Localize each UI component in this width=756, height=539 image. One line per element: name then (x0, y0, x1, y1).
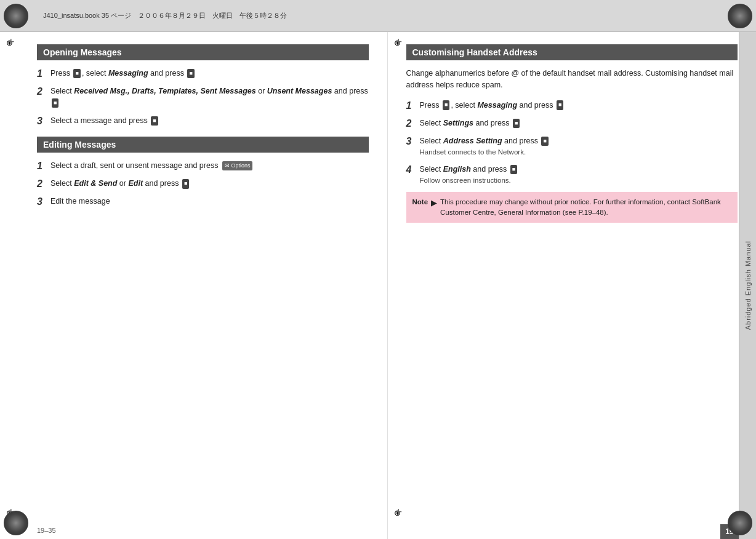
custom-step-number-2: 2 (406, 118, 420, 129)
corner-decoration-tl (4, 4, 28, 28)
edit-step-content-1: Select a draft, sent or unsent message a… (50, 160, 369, 172)
custom-step-content-1: Press ■, select Messaging and press ■ (420, 100, 738, 111)
editing-step-3: 3 Edit the message (37, 196, 369, 207)
opening-step-3: 3 Select a message and press ■ (37, 115, 369, 127)
custom-step-1: 1 Press ■, select Messaging and press ■ (406, 100, 738, 111)
opening-messages-header: Opening Messages (37, 44, 369, 60)
side-tab: Abridged English Manual (739, 32, 756, 539)
custom-step-number-4: 4 (406, 164, 420, 175)
custom-step-4: 4 Select English and press ■ Follow onsc… (406, 164, 738, 186)
main-content: ⊕ ⊕ Opening Messages 1 Press ■, select M… (0, 32, 756, 539)
custom-step-3-sub: Handset connects to the Network. (420, 147, 738, 158)
top-bar: J410_insatsu.book 35 ページ ２００６年８月２９日 火曜日 … (0, 0, 756, 32)
key-c1a: ■ (443, 100, 449, 110)
edit-step-number-1: 1 (37, 160, 50, 172)
corner-decoration-bl (4, 511, 28, 535)
corner-decoration-tr (728, 4, 752, 28)
note-text: This procedure may change without prior … (440, 197, 731, 218)
key-c2: ■ (513, 119, 520, 129)
custom-step-content-2: Select Settings and press ■ (420, 118, 738, 129)
key-c3: ■ (541, 137, 548, 146)
edit-step-content-3: Edit the message (50, 196, 369, 207)
key-c1b: ■ (557, 100, 563, 110)
step-content-1: Press ■, select Messaging and press ■ (50, 68, 369, 79)
customising-description: Change alphanumerics before @ of the def… (406, 68, 738, 91)
custom-step-4-sub: Follow onscreen instructions. (420, 175, 738, 186)
step-content-3: Select a message and press ■ (50, 115, 369, 127)
custom-step-content-3: Select Address Setting and press ■ Hands… (420, 135, 738, 158)
opening-step-2: 2 Select Received Msg., Drafts, Template… (37, 86, 369, 109)
customising-header: Customising Handset Address (406, 44, 738, 60)
right-column: ⊕ ⊕ Customising Handset Address Change a… (387, 32, 757, 539)
opening-step-1: 1 Press ■, select Messaging and press ■ (37, 68, 369, 79)
note-arrow: ▶ (431, 197, 437, 209)
options-badge: Options (222, 161, 253, 171)
cross-tr: ⊕ (394, 38, 406, 50)
left-column: ⊕ ⊕ Opening Messages 1 Press ■, select M… (0, 32, 387, 539)
key-icon-4: ■ (151, 116, 158, 126)
custom-step-2: 2 Select Settings and press ■ (406, 118, 738, 129)
custom-step-number-1: 1 (406, 100, 420, 111)
note-box: Note ▶ This procedure may change without… (406, 192, 738, 223)
step-number-1: 1 (37, 68, 50, 79)
key-c4: ■ (510, 165, 517, 175)
custom-step-number-3: 3 (406, 135, 420, 147)
key-icon: ■ (73, 69, 80, 79)
key-icon-3: ■ (52, 98, 58, 108)
cross-br: ⊕ (394, 508, 406, 521)
custom-step-3: 3 Select Address Setting and press ■ Han… (406, 135, 738, 158)
corner-decoration-br (728, 511, 752, 535)
custom-step-content-4: Select English and press ■ Follow onscre… (420, 164, 738, 186)
step-content-2: Select Received Msg., Drafts, Templates,… (50, 86, 369, 109)
editing-step-2: 2 Select Edit & Send or Edit and press ■ (37, 178, 369, 190)
note-label: Note (412, 197, 428, 207)
edit-step-content-2: Select Edit & Send or Edit and press ■ (50, 178, 369, 190)
edit-step-number-2: 2 (37, 178, 50, 190)
top-bar-text: J410_insatsu.book 35 ページ ２００６年８月２９日 火曜日 … (43, 11, 287, 20)
key-icon-2: ■ (187, 69, 194, 79)
editing-step-1: 1 Select a draft, sent or unsent message… (37, 160, 369, 172)
edit-step-number-3: 3 (37, 196, 50, 207)
editing-messages-header: Editing Messages (37, 137, 369, 153)
cross-tl: ⊕ (6, 38, 18, 50)
side-tab-label: Abridged English Manual (744, 241, 752, 330)
page-ref-bottom: 19–35 (37, 527, 56, 534)
step-number-2: 2 (37, 86, 50, 97)
key-icon-5: ■ (182, 179, 189, 189)
step-number-3: 3 (37, 115, 50, 127)
